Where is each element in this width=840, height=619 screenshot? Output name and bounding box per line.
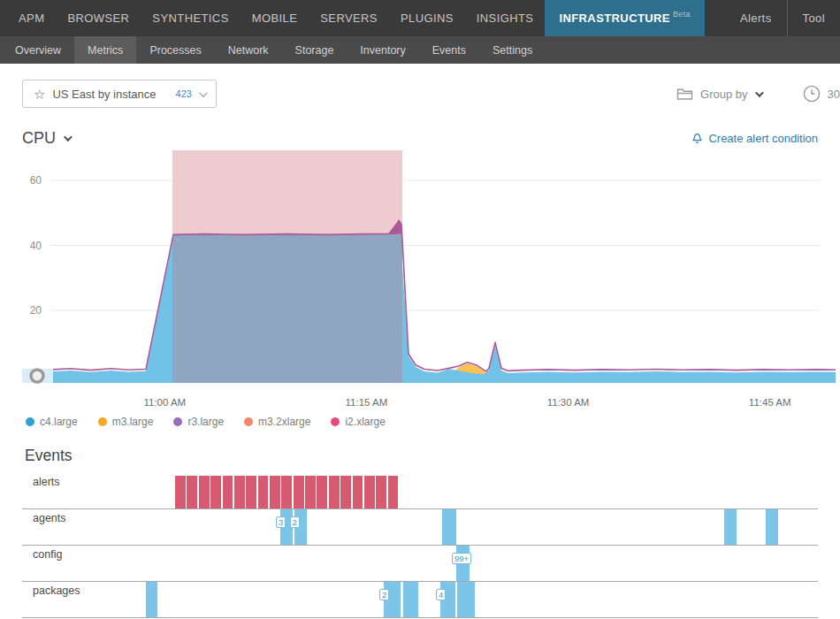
nav-item-alerts[interactable]: Alerts xyxy=(725,0,787,36)
legend-label: m3.2xlarge xyxy=(258,416,310,428)
event-bar[interactable] xyxy=(234,476,245,508)
subnav-item-network[interactable]: Network xyxy=(215,36,282,64)
event-bar[interactable] xyxy=(210,476,221,508)
metric-header: CPU Create alert condition xyxy=(22,126,818,150)
event-count-badge[interactable]: 4 xyxy=(436,589,446,600)
event-bar[interactable] xyxy=(317,476,327,508)
content: ☆ US East by instance 423 Group by xyxy=(0,64,840,618)
event-count-badge[interactable]: 3 xyxy=(276,516,286,528)
nav-item-infrastructure[interactable]: INFRASTRUCTUREBeta xyxy=(545,0,705,36)
event-bar[interactable] xyxy=(403,582,418,617)
event-bar[interactable] xyxy=(376,476,386,508)
saved-filter-label: US East by instance xyxy=(52,88,156,101)
chevron-down-icon xyxy=(199,88,208,97)
nav-item-tool[interactable]: Tool xyxy=(788,0,840,36)
event-bar[interactable] xyxy=(364,476,375,508)
subnav-item-storage[interactable]: Storage xyxy=(282,36,347,64)
event-bar[interactable] xyxy=(175,476,186,508)
nav-item-mobile[interactable]: MOBILE xyxy=(241,0,309,36)
event-bar[interactable] xyxy=(187,476,197,508)
event-row-alerts: alerts xyxy=(22,473,818,509)
event-bar[interactable] xyxy=(270,476,280,508)
event-row-packages: packages24 xyxy=(22,582,818,618)
filter-bar-right: Group by 30 xyxy=(676,84,840,103)
nav-item-browser[interactable]: BROWSER xyxy=(56,0,141,36)
saved-filter-dropdown[interactable]: ☆ US East by instance 423 xyxy=(22,80,217,108)
x-tick-label: 11:00 AM xyxy=(143,397,186,408)
bell-icon xyxy=(691,133,703,145)
group-by-label: Group by xyxy=(700,88,747,101)
metric-title-label: CPU xyxy=(22,129,56,148)
x-tick-label: 11:15 AM xyxy=(346,397,388,408)
time-range-dropdown[interactable]: 30 xyxy=(802,84,840,103)
event-bar[interactable] xyxy=(199,476,210,508)
nav-item-synthetics[interactable]: SYNTHETICS xyxy=(141,0,240,36)
event-bar[interactable] xyxy=(246,476,256,508)
chart-legend: c4.largem3.larger3.largem3.2xlargei2.xla… xyxy=(26,415,840,429)
filter-bar: ☆ US East by instance 423 Group by xyxy=(0,80,840,108)
legend-label: i2.xlarge xyxy=(345,416,385,428)
nav-item-servers[interactable]: SERVERS xyxy=(309,0,389,36)
event-row-label: packages xyxy=(33,585,80,597)
star-icon: ☆ xyxy=(34,88,45,101)
secondary-nav: OverviewMetricsProcessesNetworkStorageIn… xyxy=(0,36,840,64)
series-i2.xlarge-overlap xyxy=(172,220,402,383)
legend-item-m3-2xlarge[interactable]: m3.2xlarge xyxy=(244,416,310,428)
metric-selector[interactable]: CPU xyxy=(22,129,70,148)
subnav-item-inventory[interactable]: Inventory xyxy=(347,36,418,64)
y-tick-label: 40 xyxy=(30,240,42,252)
app-window: APMBROWSERSYNTHETICSMOBILESERVERSPLUGINS… xyxy=(0,0,840,618)
event-bar[interactable] xyxy=(340,476,351,508)
nav-item-plugins[interactable]: PLUGINS xyxy=(389,0,465,36)
event-bar[interactable] xyxy=(388,476,399,508)
create-alert-link[interactable]: Create alert condition xyxy=(691,132,818,145)
nav-item-apm[interactable]: APM xyxy=(7,0,56,36)
event-row-label: alerts xyxy=(33,476,60,488)
time-range-label: 30 xyxy=(828,88,840,101)
folder-icon xyxy=(676,88,693,101)
event-bar[interactable] xyxy=(305,476,316,508)
chevron-down-icon xyxy=(64,133,73,141)
subnav-item-processes[interactable]: Processes xyxy=(136,36,214,64)
group-by-dropdown[interactable]: Group by xyxy=(676,88,760,101)
event-row-label: config xyxy=(33,548,62,561)
y-tick-label: 60 xyxy=(30,174,42,187)
event-bar[interactable] xyxy=(457,582,475,617)
event-bar[interactable] xyxy=(294,476,304,508)
event-bar[interactable] xyxy=(442,509,456,545)
event-bar[interactable] xyxy=(353,476,363,508)
series-i2.xlarge xyxy=(172,150,402,234)
event-count-badge[interactable]: 99+ xyxy=(452,553,471,564)
timeline-handle[interactable] xyxy=(31,370,43,382)
event-bar[interactable] xyxy=(146,582,157,617)
clock-icon xyxy=(802,84,821,103)
top-nav: APMBROWSERSYNTHETICSMOBILESERVERSPLUGINS… xyxy=(0,0,840,36)
nav-item-insights[interactable]: INSIGHTS xyxy=(465,0,546,36)
event-bar[interactable] xyxy=(281,476,292,508)
cpu-chart[interactable]: 20406011:00 AM11:15 AM11:30 AM11:45 AM xyxy=(0,150,840,409)
saved-filter-count: 423 xyxy=(176,88,192,99)
event-bar[interactable] xyxy=(766,509,778,545)
primary-nav: APMBROWSERSYNTHETICSMOBILESERVERSPLUGINS… xyxy=(0,0,705,36)
legend-item-m3-large[interactable]: m3.large xyxy=(98,416,154,428)
event-count-badge[interactable]: 2 xyxy=(290,516,300,528)
legend-dot-icon xyxy=(244,417,253,426)
legend-dot-icon xyxy=(173,417,182,426)
subnav-item-metrics[interactable]: Metrics xyxy=(74,36,136,64)
legend-label: m3.large xyxy=(112,416,154,428)
event-bar[interactable] xyxy=(258,476,269,508)
event-bar[interactable] xyxy=(724,509,737,545)
event-bar[interactable] xyxy=(223,476,233,508)
legend-item-i2-xlarge[interactable]: i2.xlarge xyxy=(331,416,385,428)
subnav-item-settings[interactable]: Settings xyxy=(479,36,546,64)
y-tick-label: 20 xyxy=(30,304,42,317)
legend-dot-icon xyxy=(26,417,34,426)
chevron-down-icon xyxy=(754,88,763,97)
legend-item-c4-large[interactable]: c4.large xyxy=(26,416,78,428)
subnav-item-overview[interactable]: Overview xyxy=(2,36,74,64)
event-bar[interactable] xyxy=(329,476,340,508)
subnav-item-events[interactable]: Events xyxy=(419,36,479,64)
events-section: Events alertsagents32config99+packages24 xyxy=(0,447,840,618)
legend-item-r3-large[interactable]: r3.large xyxy=(173,416,224,428)
event-count-badge[interactable]: 2 xyxy=(379,589,389,600)
